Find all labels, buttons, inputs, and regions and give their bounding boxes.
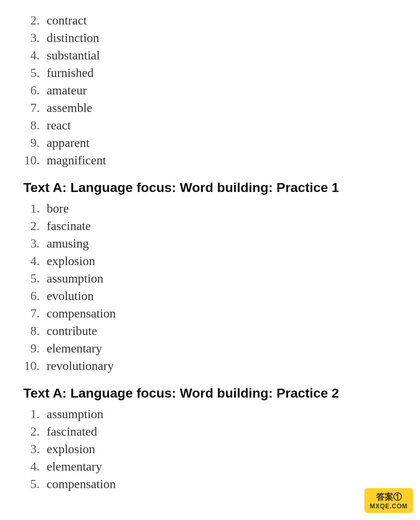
list-item: 5.assumption bbox=[23, 270, 397, 287]
list-item-num: 3. bbox=[23, 236, 47, 251]
watermark-icon: 答案① bbox=[370, 491, 408, 503]
list-item-num: 4. bbox=[23, 48, 47, 63]
list-item-num: 8. bbox=[23, 324, 47, 338]
watermark-url: MXQE.COM bbox=[370, 503, 408, 510]
list-item-num: 1. bbox=[23, 201, 47, 216]
first-list: 2.contract3.distinction4.substantial5.fu… bbox=[23, 12, 397, 169]
section1-list: 1.bore2.fascinate3.amusing4.explosion5.a… bbox=[23, 200, 397, 375]
list-item: 9.elementary bbox=[23, 340, 397, 357]
list-item-text: magnificent bbox=[47, 153, 106, 168]
list-item: 1.assumption bbox=[23, 405, 397, 423]
list-item-text: bore bbox=[47, 201, 69, 216]
list-item-text: assemble bbox=[47, 101, 92, 115]
list-item: 4.explosion bbox=[23, 252, 397, 270]
list-item-num: 10. bbox=[23, 359, 47, 373]
section1-heading: Text A: Language focus: Word building: P… bbox=[23, 180, 397, 195]
list-item-num: 6. bbox=[23, 83, 47, 98]
first-list-items: 2.contract3.distinction4.substantial5.fu… bbox=[23, 12, 397, 169]
list-item-text: compensation bbox=[47, 306, 116, 321]
list-item: 8.react bbox=[23, 117, 397, 134]
watermark: 答案① MXQE.COM bbox=[364, 488, 413, 513]
list-item-num: 6. bbox=[23, 289, 47, 303]
list-item-num: 9. bbox=[23, 341, 47, 356]
list-item-text: distinction bbox=[47, 31, 99, 45]
section2: Text A: Language focus: Word building: P… bbox=[23, 386, 397, 493]
list-item-text: compensation bbox=[47, 477, 116, 491]
list-item: 2.fascinate bbox=[23, 217, 397, 235]
list-item-text: assumption bbox=[47, 271, 103, 286]
list-item: 2.fascinated bbox=[23, 423, 397, 440]
list-item-text: elementary bbox=[47, 459, 102, 474]
list-item-num: 4. bbox=[23, 459, 47, 474]
list-item-text: contract bbox=[47, 13, 87, 28]
list-item: 4.substantial bbox=[23, 47, 397, 64]
list-item-text: amusing bbox=[47, 236, 89, 251]
list-item: 9.apparent bbox=[23, 134, 397, 152]
list-item-num: 3. bbox=[23, 442, 47, 456]
list-item: 7.assemble bbox=[23, 99, 397, 117]
list-item-num: 3. bbox=[23, 31, 47, 45]
list-item-text: furnished bbox=[47, 66, 94, 80]
list-item-text: fascinated bbox=[47, 424, 97, 439]
list-item: 3.distinction bbox=[23, 29, 397, 47]
list-item-num: 2. bbox=[23, 13, 47, 28]
list-item-num: 7. bbox=[23, 306, 47, 321]
list-item-text: contribute bbox=[47, 324, 97, 338]
list-item: 10.magnificent bbox=[23, 152, 397, 169]
list-item: 5.furnished bbox=[23, 64, 397, 82]
list-item-text: explosion bbox=[47, 254, 95, 268]
list-item-num: 2. bbox=[23, 424, 47, 439]
list-item-text: revolutionary bbox=[47, 359, 114, 373]
list-item-num: 1. bbox=[23, 407, 47, 421]
list-item-num: 5. bbox=[23, 66, 47, 80]
list-item-text: apparent bbox=[47, 136, 89, 150]
list-item: 5.compensation bbox=[23, 475, 397, 493]
list-item: 6.evolution bbox=[23, 287, 397, 305]
list-item-text: assumption bbox=[47, 407, 103, 421]
list-item: 6.amateur bbox=[23, 82, 397, 99]
list-item-text: explosion bbox=[47, 442, 95, 456]
list-item-text: react bbox=[47, 118, 71, 133]
list-item-num: 4. bbox=[23, 254, 47, 268]
list-item: 2.contract bbox=[23, 12, 397, 29]
section1: Text A: Language focus: Word building: P… bbox=[23, 180, 397, 375]
list-item-num: 10. bbox=[23, 153, 47, 168]
list-item: 7.compensation bbox=[23, 305, 397, 322]
list-item: 3.amusing bbox=[23, 235, 397, 252]
section2-heading: Text A: Language focus: Word building: P… bbox=[23, 386, 397, 401]
section2-list: 1.assumption2.fascinated3.explosion4.ele… bbox=[23, 405, 397, 493]
list-item: 10.revolutionary bbox=[23, 357, 397, 375]
list-item-num: 5. bbox=[23, 477, 47, 491]
list-item: 3.explosion bbox=[23, 440, 397, 458]
list-item-num: 5. bbox=[23, 271, 47, 286]
list-item: 8.contribute bbox=[23, 322, 397, 340]
list-item-text: fascinate bbox=[47, 219, 91, 233]
list-item-num: 9. bbox=[23, 136, 47, 150]
list-item-text: substantial bbox=[47, 48, 100, 63]
list-item-num: 2. bbox=[23, 219, 47, 233]
list-item: 4.elementary bbox=[23, 458, 397, 475]
list-item: 1.bore bbox=[23, 200, 397, 217]
list-item-text: elementary bbox=[47, 341, 102, 356]
list-item-text: evolution bbox=[47, 289, 94, 303]
list-item-num: 7. bbox=[23, 101, 47, 115]
list-item-num: 8. bbox=[23, 118, 47, 133]
list-item-text: amateur bbox=[47, 83, 87, 98]
